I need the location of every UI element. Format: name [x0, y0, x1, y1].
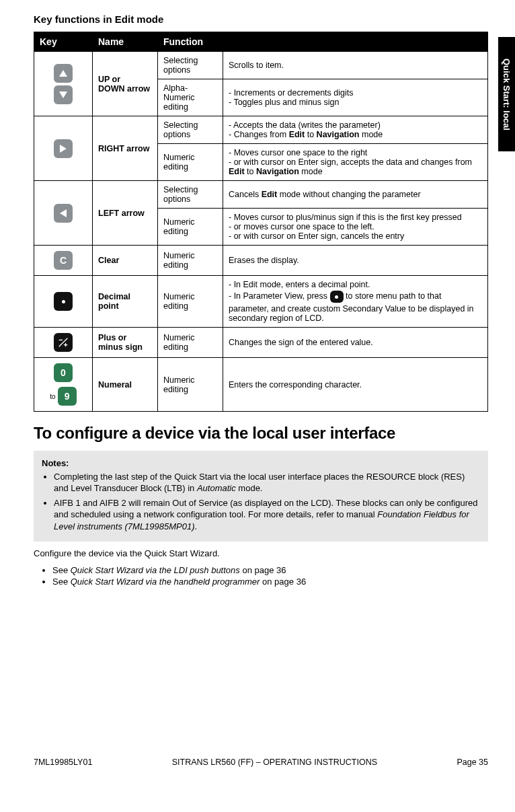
key-cell-clear: C	[34, 246, 93, 276]
desc-cell: - Increments or decrements digits - Togg…	[223, 79, 488, 116]
name-cell-updown: UP or DOWN arrow	[93, 52, 158, 116]
side-tab: Quick Start: local	[498, 37, 515, 151]
decimal-key-inline-icon	[330, 291, 344, 303]
func-cell: Numeric editing	[158, 358, 223, 412]
key-cell-left	[34, 181, 93, 246]
page: Quick Start: local Key functions in Edit…	[0, 0, 515, 780]
key-cell-numeral: 0 to 9	[34, 358, 93, 412]
desc-cell: - Moves cursor to plus/minus sign if thi…	[223, 209, 488, 246]
left-arrow-icon	[54, 204, 73, 223]
see-item: See Quick Start Wizard via the LDI push …	[52, 565, 488, 575]
desc-cell: Changes the sign of the entered value.	[223, 328, 488, 358]
down-arrow-icon	[54, 85, 73, 104]
svg-line-0	[59, 338, 68, 347]
func-cell: Numeric editing	[158, 276, 223, 328]
right-arrow-icon	[54, 139, 73, 158]
desc-cell: Erases the display.	[223, 246, 488, 276]
func-cell: Alpha-Numeric editing	[158, 79, 223, 116]
see-item: See Quick Start Wizard via the handheld …	[52, 577, 488, 587]
name-cell-right: RIGHT arrow	[93, 116, 158, 181]
note-item: AIFB 1 and AIFB 2 will remain Out of Ser…	[54, 497, 480, 533]
footer: 7ML19985LY01 SITRANS LR560 (FF) – OPERAT…	[34, 758, 488, 767]
see-list: See Quick Start Wizard via the LDI push …	[34, 565, 488, 587]
func-cell: Selecting options	[158, 116, 223, 144]
desc-cell: - In Edit mode, enters a decimal point. …	[223, 276, 488, 328]
func-cell: Numeric editing	[158, 328, 223, 358]
key-cell-pm	[34, 328, 93, 358]
name-cell-clear: Clear	[93, 246, 158, 276]
desc-cell: Enters the corresponding character.	[223, 358, 488, 412]
header-name: Name	[93, 32, 158, 52]
desc-cell: Cancels Edit mode without changing the p…	[223, 181, 488, 209]
name-cell-left: LEFT arrow	[93, 181, 158, 246]
clear-key-icon: C	[54, 251, 73, 270]
nine-key-icon: 9	[58, 387, 77, 406]
key-cell-right	[34, 116, 93, 181]
func-cell: Numeric editing	[158, 209, 223, 246]
func-cell: Selecting options	[158, 52, 223, 79]
desc-cell: - Accepts the data (writes the parameter…	[223, 116, 488, 144]
footer-left: 7ML19985LY01	[34, 758, 92, 767]
to-label: to	[50, 393, 55, 400]
table-row: C Clear Numeric editing Erases the displ…	[34, 246, 488, 276]
key-cell-updown	[34, 52, 93, 116]
footer-right: Page 35	[457, 758, 488, 767]
plus-minus-key-icon	[54, 333, 73, 352]
decimal-key-icon	[54, 292, 73, 311]
table-row: RIGHT arrow Selecting options - Accepts …	[34, 116, 488, 144]
up-arrow-icon	[54, 64, 73, 83]
note-item: Completing the last step of the Quick St…	[54, 471, 480, 494]
name-cell-decimal: Decimal point	[93, 276, 158, 328]
zero-key-icon: 0	[54, 363, 73, 382]
heading-configure-device: To configure a device via the local user…	[34, 424, 488, 443]
desc-cell: Scrolls to item.	[223, 52, 488, 79]
section-title: Key functions in Edit mode	[34, 13, 488, 25]
notes-box: Notes: Completing the last step of the Q…	[34, 451, 488, 542]
notes-label: Notes:	[42, 458, 69, 468]
table-row: 0 to 9 Numeral Numeric editing Enters th…	[34, 358, 488, 412]
header-function: Function	[158, 32, 488, 52]
footer-center: SITRANS LR560 (FF) – OPERATING INSTRUCTI…	[172, 758, 377, 767]
desc-cell: - Moves cursor one space to the right - …	[223, 144, 488, 181]
table-row: LEFT arrow Selecting options Cancels Edi…	[34, 181, 488, 209]
func-cell: Numeric editing	[158, 144, 223, 181]
table-row: Decimal point Numeric editing - In Edit …	[34, 276, 488, 328]
func-cell: Selecting options	[158, 181, 223, 209]
table-row: Plus or minus sign Numeric editing Chang…	[34, 328, 488, 358]
table-row: UP or DOWN arrow Selecting options Scrol…	[34, 52, 488, 79]
func-cell: Numeric editing	[158, 246, 223, 276]
key-cell-decimal	[34, 276, 93, 328]
name-cell-numeral: Numeral	[93, 358, 158, 412]
key-functions-table: Key Name Function UP or DOWN arrow Selec…	[34, 32, 488, 412]
header-key: Key	[34, 32, 93, 52]
name-cell-pm: Plus or minus sign	[93, 328, 158, 358]
body-text: Configure the device via the Quick Start…	[34, 548, 488, 558]
